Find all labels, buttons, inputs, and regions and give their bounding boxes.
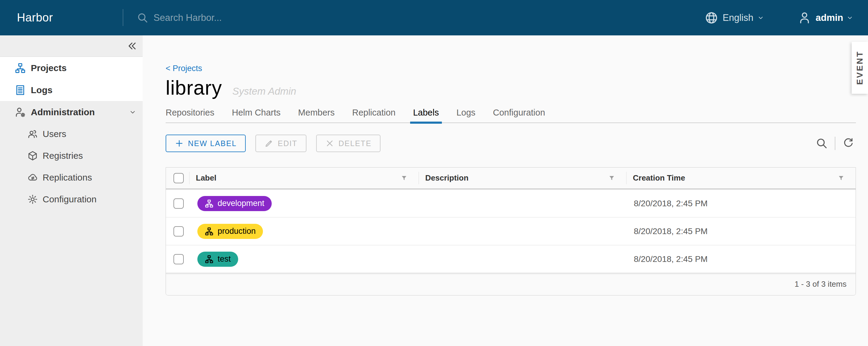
description-cell [418,245,626,273]
delete-button[interactable]: DELETE [316,135,380,152]
harbor-logo[interactable]: Harbor [17,0,53,35]
edit-button[interactable]: EDIT [255,135,306,152]
tab-helm-charts[interactable]: Helm Charts [232,108,280,122]
select-all-checkbox[interactable] [174,173,184,183]
sidebar: Projects Logs Administration Users Regis… [0,35,143,346]
username-label: admin [816,12,843,23]
labels-table: Label Description Creation Time d [166,167,856,295]
logs-icon [14,84,26,96]
chevron-down-icon [757,14,764,22]
globe-icon [705,11,718,25]
top-navbar: Harbor English admin [0,0,868,35]
tab-labels[interactable]: Labels [413,108,439,122]
row-checkbox[interactable] [174,198,184,209]
event-tab-label: EVENT [855,51,865,85]
new-label-button[interactable]: NEW LABEL [166,135,246,152]
filter-icon[interactable] [837,174,845,182]
table-footer: 1 - 3 of 3 items [166,273,856,295]
sidebar-collapse-button[interactable] [126,40,137,51]
navbar-divider [123,9,123,26]
tab-members[interactable]: Members [298,108,335,122]
label-badge: development [197,196,272,211]
sidebar-item-replications[interactable]: Replications [0,167,143,189]
cloud-sync-icon [27,172,38,183]
sidebar-item-label: Replications [42,172,92,183]
label-badge: production [197,224,263,239]
search-input[interactable] [154,12,365,23]
tab-configuration[interactable]: Configuration [493,108,545,122]
creation-time-cell: 8/20/2018, 2:45 PM [626,218,856,245]
chevron-down-icon [846,14,854,22]
gear-icon [27,194,38,205]
language-label: English [723,12,753,23]
labels-toolbar: NEW LABEL EDIT DELETE [166,135,856,152]
column-header-creation-time: Creation Time [626,168,856,189]
chevron-down-icon [129,108,136,116]
event-side-tab[interactable]: EVENT [852,42,868,94]
description-cell [418,190,626,217]
sidebar-item-label: Users [42,129,66,139]
pagination-summary: 1 - 3 of 3 items [795,280,846,289]
table-row: production 8/20/2018, 2:45 PM [166,217,856,245]
pencil-icon [265,139,274,148]
x-icon [325,139,334,148]
filter-icon[interactable] [400,174,408,182]
search-icon [136,12,149,24]
user-menu[interactable]: admin [798,11,854,25]
sidebar-item-registries[interactable]: Registries [0,145,143,167]
description-cell [418,218,626,245]
filter-icon[interactable] [608,174,615,182]
table-row: test 8/20/2018, 2:45 PM [166,245,856,273]
sidebar-item-logs[interactable]: Logs [0,79,143,101]
creation-time-cell: 8/20/2018, 2:45 PM [626,190,856,217]
sidebar-item-label: Administration [31,107,95,117]
users-icon [27,128,38,139]
page-title: library [166,76,222,99]
sidebar-item-label: Logs [31,85,53,95]
row-checkbox[interactable] [174,226,184,236]
column-header-description: Description [418,168,626,189]
plus-icon [175,139,184,148]
tab-replication[interactable]: Replication [352,108,395,122]
sidebar-header [0,35,143,57]
navbar-right: English admin [705,0,854,35]
breadcrumb[interactable]: < Projects [166,64,202,73]
org-icon [205,255,214,264]
refresh-icon[interactable] [842,137,855,150]
global-search [136,0,365,35]
cube-icon [27,150,38,161]
org-icon [14,62,26,74]
sidebar-item-administration[interactable]: Administration [0,101,143,123]
double-chevron-left-icon [126,40,137,51]
sidebar-item-label: Projects [31,63,66,73]
org-icon [205,199,214,208]
table-row: development 8/20/2018, 2:45 PM [166,189,856,217]
sidebar-item-projects[interactable]: Projects [0,57,143,79]
column-header-label: Label [189,168,418,189]
label-badge: test [197,252,238,267]
creation-time-cell: 8/20/2018, 2:45 PM [626,245,856,273]
toolbar-divider [835,137,835,150]
row-checkbox[interactable] [174,254,184,264]
sidebar-item-label: Configuration [42,194,96,204]
tab-repositories[interactable]: Repositories [166,108,214,122]
main-content: < Projects library System Admin Reposito… [143,35,868,346]
table-header: Label Description Creation Time [166,168,856,189]
sidebar-item-users[interactable]: Users [0,123,143,145]
page-subtitle: System Admin [232,86,297,97]
project-tabs: Repositories Helm Charts Members Replica… [166,108,856,123]
user-icon [798,11,811,25]
sidebar-item-configuration[interactable]: Configuration [0,189,143,210]
language-menu[interactable]: English [705,11,764,25]
administration-group: Administration Users Registries Replicat… [0,101,143,346]
sidebar-item-label: Registries [42,151,83,161]
org-icon [205,227,214,236]
search-icon[interactable] [815,137,828,150]
tab-logs[interactable]: Logs [456,108,475,122]
admin-user-gear-icon [14,107,26,118]
